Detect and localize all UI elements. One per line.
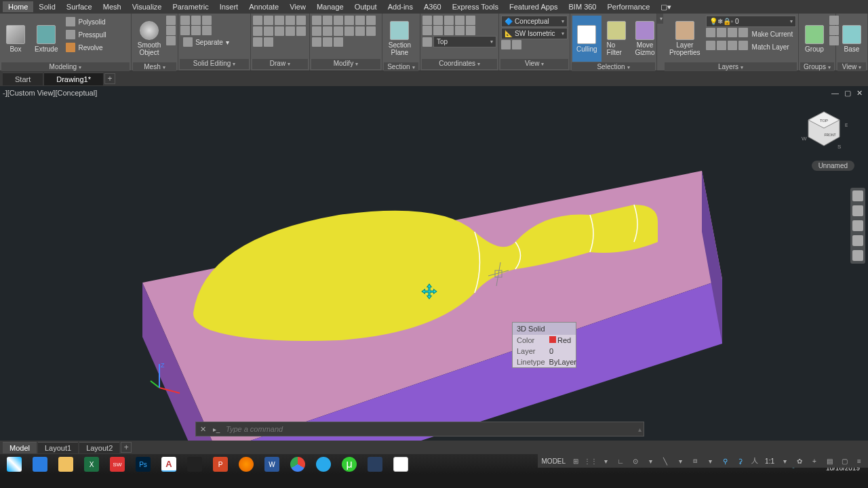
ellipse-icon[interactable] xyxy=(253,26,262,36)
tab-parametric[interactable]: Parametric xyxy=(167,1,214,12)
view-icon1[interactable] xyxy=(501,40,511,49)
panel-title-view[interactable]: View xyxy=(500,59,568,69)
tab-manage[interactable]: Manage xyxy=(311,1,349,12)
layer-icon2[interactable] xyxy=(717,28,726,37)
se-icon2[interactable] xyxy=(191,16,201,25)
mesh-icon1[interactable] xyxy=(166,16,176,25)
cmd-history-icon[interactable]: ▸_ xyxy=(210,426,223,433)
layer-selector[interactable]: 💡❄🔒▫ 0 xyxy=(706,16,796,27)
tab-mesh[interactable]: Mesh xyxy=(98,1,127,12)
taskbar-firefox[interactable] xyxy=(235,455,258,473)
view-icon2[interactable] xyxy=(512,40,521,49)
tab-express[interactable]: Express Tools xyxy=(447,1,504,12)
taskbar-utorrent[interactable]: μ xyxy=(338,455,361,473)
break-icon[interactable] xyxy=(323,37,332,47)
panel-title-solid-editing[interactable]: Solid Editing xyxy=(180,59,249,69)
tab-solid[interactable]: Solid xyxy=(33,1,60,12)
tab-surface[interactable]: Surface xyxy=(61,1,98,12)
taskbar-telegram[interactable] xyxy=(312,455,335,473)
stretch-icon[interactable] xyxy=(334,26,343,36)
se-icon4[interactable] xyxy=(180,26,190,35)
move-icon[interactable] xyxy=(312,16,321,25)
doc-tab-drawing1[interactable]: Drawing1* xyxy=(44,73,103,85)
nav-wheel-icon[interactable] xyxy=(852,190,863,201)
ucs-icon11[interactable] xyxy=(422,37,432,47)
polyline-icon[interactable] xyxy=(264,16,273,25)
ucs-icon9[interactable] xyxy=(455,26,465,35)
taskbar-app3[interactable] xyxy=(389,455,412,473)
tab-insert[interactable]: Insert xyxy=(214,1,244,12)
taskbar-word[interactable]: W xyxy=(260,455,283,473)
taskbar-chrome[interactable] xyxy=(286,455,309,473)
layer-properties-button[interactable]: Layer Properties xyxy=(665,16,705,62)
ortho-icon[interactable]: ∟ xyxy=(616,456,625,466)
viewcube-label[interactable]: Unnamed xyxy=(812,161,854,171)
nav-orbit-icon[interactable] xyxy=(852,235,863,246)
cmd-close-icon[interactable]: ✕ xyxy=(196,425,210,434)
ucs-icon2[interactable] xyxy=(433,16,443,25)
ucs-icon6[interactable] xyxy=(422,26,432,35)
customize-icon[interactable]: ≡ xyxy=(854,456,864,466)
tab-extras-icon[interactable]: ▢▾ xyxy=(655,1,677,13)
array-icon[interactable] xyxy=(355,26,365,36)
start-button[interactable] xyxy=(3,455,26,473)
snap-toggle-icon[interactable]: ⋮⋮ xyxy=(586,456,595,466)
panel-title-mesh[interactable]: Mesh xyxy=(133,62,176,71)
taskbar-autocad[interactable]: A xyxy=(157,455,180,473)
ucs-dropdown[interactable]: Top xyxy=(433,36,496,47)
extrude-button[interactable]: Extrude xyxy=(31,16,62,62)
offset-icon[interactable] xyxy=(366,26,376,36)
ucs-icon4[interactable] xyxy=(455,16,465,25)
status-scale[interactable]: 1:1 xyxy=(765,458,774,465)
status-model[interactable]: MODEL xyxy=(542,458,566,465)
tab-performance[interactable]: Performance xyxy=(601,1,655,12)
command-line[interactable]: ✕ ▸_ ▴ xyxy=(195,422,644,436)
osnap-icon[interactable]: ╲ xyxy=(660,456,670,466)
tab-view[interactable]: View xyxy=(284,1,311,12)
ucs-icon1[interactable] xyxy=(422,16,432,25)
dyn2-icon[interactable]: ⚳ xyxy=(735,456,745,466)
taskbar-explorer[interactable] xyxy=(54,455,77,473)
grid-toggle-icon[interactable]: ⊞ xyxy=(571,456,580,466)
visual-style-dropdown[interactable]: 🔷 Conceptual xyxy=(501,16,568,27)
circle-icon[interactable] xyxy=(275,16,284,25)
polysolid-button[interactable]: Polysolid xyxy=(63,16,108,28)
box-button[interactable]: Box xyxy=(2,16,29,62)
nav-showmotion-icon[interactable] xyxy=(852,250,863,261)
layout-tab-2[interactable]: Layout2 xyxy=(79,442,119,453)
taskbar-solidworks[interactable]: SW xyxy=(106,455,129,473)
se-icon3[interactable] xyxy=(202,16,212,25)
taskbar-excel[interactable]: X xyxy=(80,455,103,473)
panel-title-view2[interactable]: View xyxy=(837,62,866,71)
doc-tab-start[interactable]: Start xyxy=(3,73,43,85)
hatch-icon[interactable] xyxy=(285,26,295,36)
nav-pan-icon[interactable] xyxy=(852,205,863,216)
ucs-icon8[interactable] xyxy=(444,26,454,35)
layout-tab-model[interactable]: Model xyxy=(3,442,37,453)
presspull-button[interactable]: Presspull xyxy=(63,28,108,41)
move-gizmo-button[interactable]: Move Gizmo xyxy=(631,16,659,62)
ucs-icon10[interactable] xyxy=(466,26,475,35)
dyn-icon[interactable]: ⚲ xyxy=(720,456,730,466)
panel-title-modeling[interactable]: Modeling xyxy=(1,62,130,71)
tab-addins[interactable]: Add-ins xyxy=(382,1,418,12)
smooth-object-button[interactable]: Smooth Object xyxy=(134,16,165,62)
iso-icon[interactable]: ▤ xyxy=(825,456,834,466)
panel-title-draw[interactable]: Draw xyxy=(252,59,308,69)
tab-annotate[interactable]: Annotate xyxy=(243,1,284,12)
nav-zoom-icon[interactable] xyxy=(852,220,863,231)
point-icon[interactable] xyxy=(275,26,284,36)
arc-icon[interactable] xyxy=(285,16,295,25)
gear-icon[interactable]: ✿ xyxy=(795,456,804,466)
panel-title-selection[interactable]: Selection xyxy=(572,62,655,71)
ucs-icon5[interactable] xyxy=(466,16,475,25)
cmd-expand-icon[interactable]: ▴ xyxy=(635,426,644,433)
donut-icon[interactable] xyxy=(264,37,273,47)
rect-icon[interactable] xyxy=(296,16,306,25)
3dosnap-icon[interactable]: ⧈ xyxy=(690,456,700,466)
panel-title-layers[interactable]: Layers xyxy=(665,62,797,71)
ucs-icon3[interactable] xyxy=(444,16,454,25)
culling-button[interactable]: Culling xyxy=(572,16,601,62)
layer-icon7[interactable] xyxy=(728,41,737,50)
copy-icon[interactable] xyxy=(355,16,365,25)
